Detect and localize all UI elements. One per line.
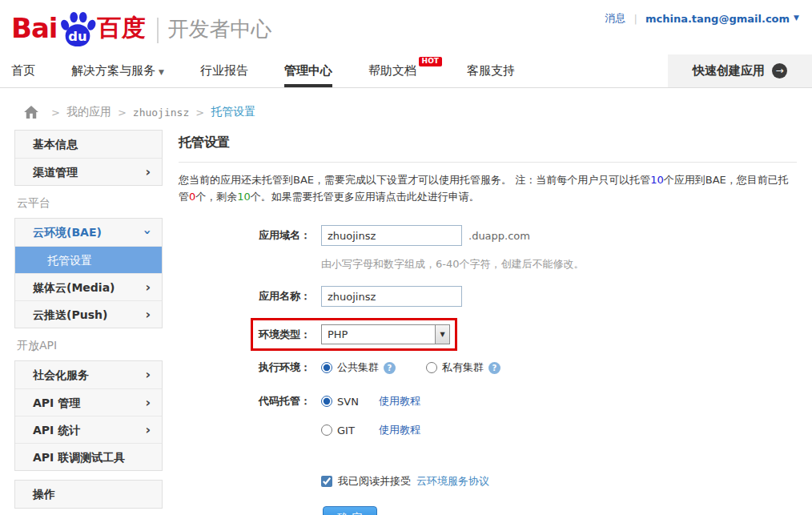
env-type-select[interactable]: PHP ▼ <box>321 324 450 344</box>
chevron-right-icon: › <box>145 416 151 444</box>
hot-badge: HOT <box>419 57 442 66</box>
sidebar-item-label: 基本信息 <box>33 138 78 151</box>
breadcrumb-my-apps[interactable]: 我的应用 <box>66 105 111 119</box>
domain-suffix: .duapp.com <box>468 230 530 242</box>
sidebar-item-channel-management[interactable]: 渠道管理 › <box>15 158 162 185</box>
agreement-row: 我已阅读并接受 云环境服务协议 <box>321 474 797 489</box>
intro-part: 您当前的应用还未托管到BAE，需要完成以下设置才可以使用托管服务。 注：当前每个… <box>179 174 650 186</box>
sidebar-group-operations: 操作 <box>14 480 163 509</box>
sidebar: 基本信息 渠道管理 › 云平台 云环境(BAE) › 托管设置 媒体云(Medi… <box>14 130 163 515</box>
logo-text-bai: Bai <box>11 10 58 46</box>
messages-link[interactable]: 消息 <box>605 11 626 26</box>
chevron-right-icon: › <box>145 361 151 388</box>
app-name-label: 应用名称： <box>259 289 321 304</box>
nav-label: 管理中心 <box>284 63 332 78</box>
topbar-divider: | <box>634 13 637 25</box>
svn-radio[interactable] <box>321 396 332 407</box>
public-cluster-option[interactable]: 公共集群 ? <box>321 360 396 375</box>
public-cluster-label: 公共集群 <box>337 360 379 375</box>
chevron-right-icon: › <box>145 389 151 416</box>
app-name-input[interactable] <box>321 286 462 307</box>
topbar: 消息 | mchina.tang@gmail.com ▼ <box>605 11 799 26</box>
nav-item-help-docs[interactable]: 帮助文档 HOT <box>368 54 416 87</box>
sidebar-item-api-debug-tool[interactable]: API 联调测试工具 <box>15 443 162 470</box>
sidebar-item-api-management[interactable]: API 管理 › <box>15 388 162 416</box>
exec-env-label: 执行环境： <box>259 360 321 375</box>
app-name-row: 应用名称： <box>259 286 797 307</box>
quick-create-app-button[interactable]: 快速创建应用 → <box>668 54 812 87</box>
sidebar-item-label: 云推送(Push) <box>33 308 107 321</box>
agreement-checkbox[interactable] <box>321 476 332 487</box>
nav-item-customer-support[interactable]: 客服支持 <box>467 54 515 87</box>
sidebar-group-api: 社会化服务 › API 管理 › API 统计 › API 联调测试工具 <box>14 360 163 471</box>
sidebar-section-cloud-platform: 云平台 <box>17 196 163 211</box>
svn-option[interactable]: SVN <box>321 396 379 408</box>
env-type-selected-value: PHP <box>328 328 348 340</box>
intro-part: 个。如果需要托管更多应用请点击此处进行申请。 <box>251 191 480 203</box>
sidebar-item-operations[interactable]: 操作 <box>15 481 162 508</box>
env-type-label: 环境类型： <box>259 328 321 342</box>
nav-item-home[interactable]: 首页 <box>11 54 35 87</box>
account-caret-down-icon[interactable]: ▼ <box>794 14 799 22</box>
confirm-button[interactable]: 确 定 <box>323 506 377 515</box>
sidebar-item-label: 媒体云(Media) <box>33 281 115 294</box>
baidu-logo[interactable]: Bai du 百度 开发者中心 <box>11 10 272 46</box>
service-agreement-link[interactable]: 云环境服务协议 <box>416 474 489 489</box>
sidebar-item-api-statistics[interactable]: API 统计 › <box>15 416 162 443</box>
svn-tutorial-link[interactable]: 使用教程 <box>379 394 420 408</box>
svg-text:du: du <box>68 29 86 44</box>
nav-label: 行业报告 <box>200 63 248 78</box>
nav-item-industry-report[interactable]: 行业报告 <box>200 54 248 87</box>
nav-item-management-center[interactable]: 管理中心 <box>284 54 332 87</box>
dropdown-caret-icon: ▼ <box>159 68 164 76</box>
baidu-paw-icon: du <box>58 10 97 48</box>
home-icon[interactable] <box>24 106 38 119</box>
public-cluster-radio[interactable] <box>321 362 332 373</box>
sidebar-item-media-cloud[interactable]: 媒体云(Media) › <box>15 273 162 300</box>
git-radio[interactable] <box>321 424 332 436</box>
sidebar-item-social-services[interactable]: 社会化服务 › <box>15 361 162 388</box>
breadcrumb-current-page[interactable]: 托管设置 <box>211 105 255 119</box>
main-panel: 托管设置 您当前的应用还未托管到BAE，需要完成以下设置才可以使用托管服务。 注… <box>179 130 797 515</box>
nav-item-solutions[interactable]: 解决方案与服务▼ <box>71 54 164 87</box>
logo-divider <box>157 18 159 43</box>
quota-remaining: 10 <box>237 191 251 203</box>
page-title: 托管设置 <box>179 130 797 163</box>
sidebar-item-push[interactable]: 云推送(Push) › <box>15 300 162 328</box>
agreement-text: 我已阅读并接受 <box>338 474 411 489</box>
app-domain-row: 应用域名： .duapp.com <box>259 225 797 246</box>
sidebar-item-hosting-settings[interactable]: 托管设置 <box>15 246 162 273</box>
private-cluster-radio[interactable] <box>426 362 437 373</box>
breadcrumb-app-name[interactable]: zhuojinsz <box>133 107 189 119</box>
account-email-link[interactable]: mchina.tang@gmail.com <box>645 13 790 25</box>
chevron-right-icon: › <box>145 159 151 186</box>
arrow-right-circle-icon: → <box>772 63 787 78</box>
hosting-settings-form: 应用域名： .duapp.com 由小写字母和数字组成，6-40个字符，创建后不… <box>179 225 797 515</box>
app-domain-label: 应用域名： <box>259 228 321 243</box>
select-dropdown-arrow-icon[interactable]: ▼ <box>435 325 449 344</box>
chevron-down-icon: › <box>145 219 151 246</box>
intro-text: 您当前的应用还未托管到BAE，需要完成以下设置才可以使用托管服务。 注：当前每个… <box>179 171 797 205</box>
sidebar-item-label: 社会化服务 <box>33 368 89 381</box>
help-question-icon[interactable]: ? <box>384 362 396 374</box>
sidebar-group-cloud: 云环境(BAE) › 托管设置 媒体云(Media) › 云推送(Push) › <box>14 218 163 328</box>
main-nav: 首页 解决方案与服务▼ 行业报告 管理中心 帮助文档 HOT 客服支持 快速创建… <box>0 54 812 88</box>
private-cluster-label: 私有集群 <box>442 360 484 375</box>
sidebar-item-basic-info[interactable]: 基本信息 <box>15 131 162 158</box>
sidebar-item-label: 操作 <box>33 488 55 501</box>
git-label: GIT <box>337 424 379 437</box>
env-type-highlight-box: 环境类型： PHP ▼ <box>251 318 457 351</box>
intro-part: 个，剩余 <box>195 191 237 203</box>
quick-create-app-label: 快速创建应用 <box>693 63 765 78</box>
app-domain-input[interactable] <box>321 225 462 246</box>
git-option[interactable]: GIT <box>321 424 379 437</box>
private-cluster-option[interactable]: 私有集群 ? <box>426 360 500 375</box>
git-tutorial-link[interactable]: 使用教程 <box>379 423 420 437</box>
nav-label: 解决方案与服务 <box>71 63 155 78</box>
sidebar-item-bae[interactable]: 云环境(BAE) › <box>15 219 162 246</box>
help-question-icon[interactable]: ? <box>488 362 500 374</box>
exec-env-row: 执行环境： 公共集群 ? 私有集群 ? <box>259 360 797 375</box>
code-hosting-label: 代码托管： <box>259 394 321 408</box>
breadcrumb-separator: > <box>118 107 127 119</box>
sidebar-section-open-api: 开放API <box>17 339 163 353</box>
